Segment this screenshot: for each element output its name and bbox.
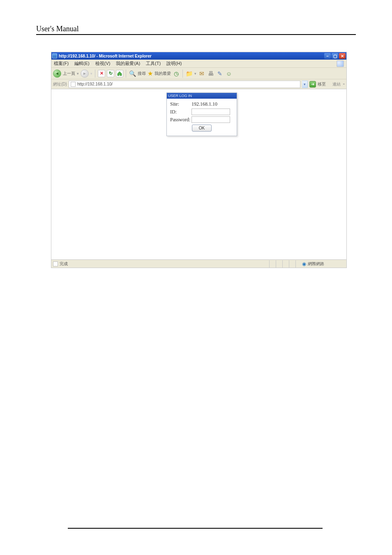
search-label: 搜尋 (138, 71, 146, 76)
status-bar: 完成 ◉ 網際網路 (51, 259, 346, 268)
window-title: http://192.168.1.10/ - Microsoft Interne… (59, 54, 152, 58)
back-button[interactable]: ◄ (53, 69, 61, 78)
ie-window: http://192.168.1.10/ - Microsoft Interne… (51, 52, 347, 268)
menu-view[interactable]: 檢視(V) (95, 60, 111, 67)
menu-bar: 檔案(F) 編輯(E) 檢視(V) 我的最愛(A) 工具(T) 說明(H) (51, 60, 346, 68)
address-value: http://192.168.1.10/ (77, 82, 113, 86)
forward-button[interactable]: ► (81, 69, 89, 78)
internet-zone-icon: ◉ (302, 261, 306, 267)
status-text: 完成 (60, 261, 68, 267)
page-header: User's Manual (36, 25, 356, 35)
refresh-button[interactable]: ↻ (107, 70, 114, 77)
address-input[interactable]: http://192.168.1.10/ (69, 81, 300, 88)
status-page-icon (53, 261, 58, 266)
login-password-input[interactable] (191, 116, 230, 123)
login-title: USER LOG IN (167, 93, 237, 99)
login-site-label: Site: (170, 101, 191, 107)
security-zone: ◉ 網際網路 (302, 261, 324, 267)
page-footer-rule (68, 528, 323, 529)
address-label: 網址(D) (53, 81, 67, 87)
address-bar: 網址(D) http://192.168.1.10/ ▾ ➜ 移至 連結 » (51, 79, 346, 89)
menu-favorites[interactable]: 我的最愛(A) (116, 60, 140, 67)
mail-icon[interactable]: ✉ (198, 70, 205, 77)
go-label: 移至 (318, 81, 326, 87)
login-site-value: 192.168.1.10 (191, 101, 217, 107)
login-panel: USER LOG IN Site: 192.168.1.10 ID: Passw… (166, 92, 237, 136)
folders-icon[interactable]: 📁 (185, 70, 193, 77)
print-icon[interactable]: 🖶 (207, 70, 214, 77)
window-titlebar: http://192.168.1.10/ - Microsoft Interne… (51, 52, 346, 60)
address-dropdown[interactable]: ▾ (302, 81, 308, 88)
close-button[interactable]: ✕ (339, 53, 346, 59)
toolbar: ◄ 上一頁 ▾ ► ▾ ✕ ↻ 🔍 搜尋 ★ 我的最愛 ◷ 📁 ▾ ✉ 🖶 ✎ … (51, 68, 346, 79)
page-icon (71, 82, 76, 87)
menu-edit[interactable]: 編輯(E) (74, 60, 90, 67)
login-id-label: ID: (170, 109, 191, 115)
favorites-label: 我的最愛 (154, 71, 171, 76)
login-ok-button[interactable]: OK (192, 125, 212, 132)
links-label: 連結 (332, 81, 341, 87)
login-id-input[interactable] (191, 109, 230, 115)
menu-help[interactable]: 說明(H) (166, 60, 182, 67)
minimize-button[interactable]: – (324, 53, 331, 59)
search-icon[interactable]: 🔍 (129, 70, 136, 77)
messenger-icon[interactable]: ☺ (225, 70, 233, 77)
go-button[interactable]: ➜ (309, 81, 316, 88)
history-icon[interactable]: ◷ (173, 70, 180, 77)
zone-label: 網際網路 (308, 261, 324, 267)
favorites-icon[interactable]: ★ (148, 70, 153, 76)
back-label: 上一頁 (63, 71, 75, 76)
page-content: USER LOG IN Site: 192.168.1.10 ID: Passw… (51, 89, 346, 259)
maximize-button[interactable]: ▢ (332, 53, 338, 59)
page-header-text: User's Manual (36, 25, 79, 33)
menu-tools[interactable]: 工具(T) (146, 60, 161, 67)
ie-app-icon (52, 53, 57, 58)
edit-icon[interactable]: ✎ (216, 70, 224, 77)
home-button[interactable] (116, 70, 123, 77)
stop-button[interactable]: ✕ (98, 70, 105, 77)
ie-throbber-icon (337, 60, 344, 67)
menu-file[interactable]: 檔案(F) (54, 60, 69, 67)
login-password-label: Password: (170, 117, 191, 123)
